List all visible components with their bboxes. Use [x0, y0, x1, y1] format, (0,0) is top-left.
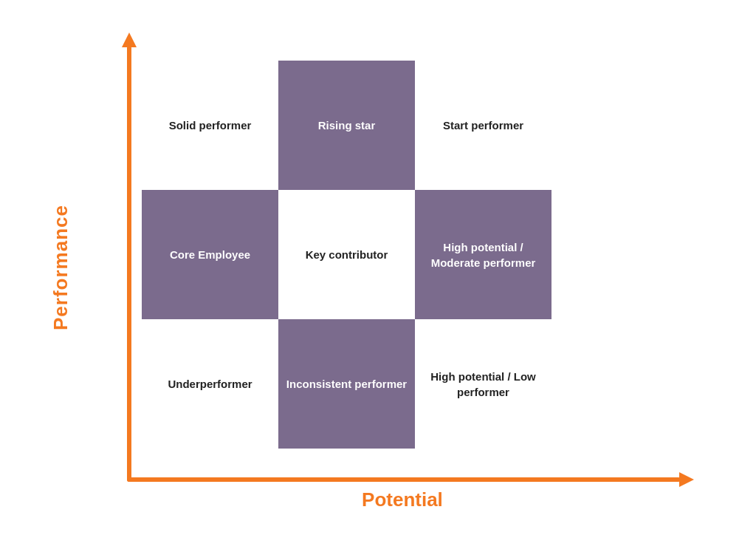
cell-underperformer: Underperformer: [142, 319, 278, 449]
cell-high-potential-low: High potential / Low performer: [415, 319, 551, 449]
x-axis-line: [127, 477, 681, 482]
cell-high-potential-moderate: High potential / Moderate performer: [415, 190, 551, 319]
cell-core-employee: Core Employee: [142, 190, 278, 319]
cell-start-performer: Start performer: [415, 61, 551, 190]
cell-solid-performer: Solid performer: [142, 61, 278, 190]
performance-grid: Solid performer Rising star Start perfor…: [142, 61, 673, 466]
axes: Solid performer Rising star Start perfor…: [127, 46, 681, 482]
x-axis-label: Potential: [362, 488, 443, 511]
chart-container: Performance Potential Solid performer Ri…: [61, 24, 695, 511]
cell-inconsistent-performer: Inconsistent performer: [278, 319, 415, 449]
cell-rising-star: Rising star: [278, 61, 415, 190]
cell-key-contributor: Key contributor: [278, 190, 415, 319]
y-axis-line: [127, 46, 131, 482]
y-axis-label: Performance: [49, 205, 72, 330]
